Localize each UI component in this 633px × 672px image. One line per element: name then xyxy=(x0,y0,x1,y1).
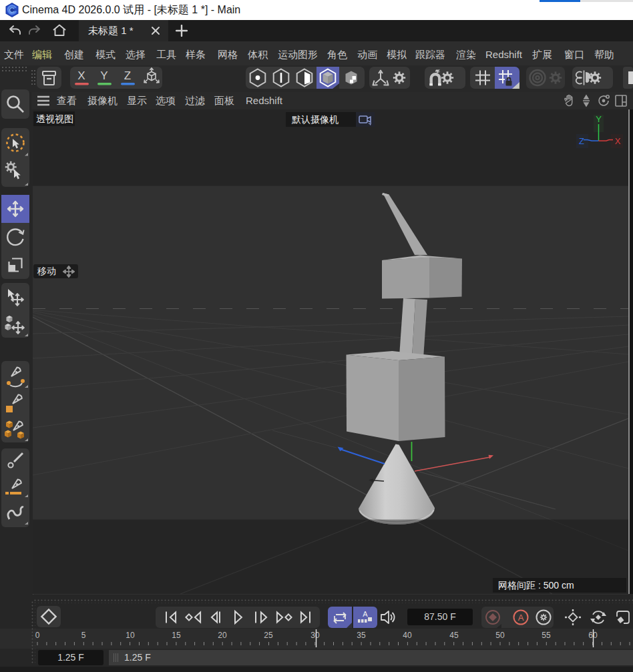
svg-text:Z: Z xyxy=(579,136,584,146)
svg-text:A: A xyxy=(363,610,368,618)
svg-text:Y: Y xyxy=(596,114,602,124)
svg-text:X: X xyxy=(77,69,85,82)
svg-text:Y: Y xyxy=(100,69,108,82)
svg-text:Z: Z xyxy=(124,69,131,82)
svg-text:A: A xyxy=(518,613,524,623)
svg-text:X: X xyxy=(615,136,621,146)
